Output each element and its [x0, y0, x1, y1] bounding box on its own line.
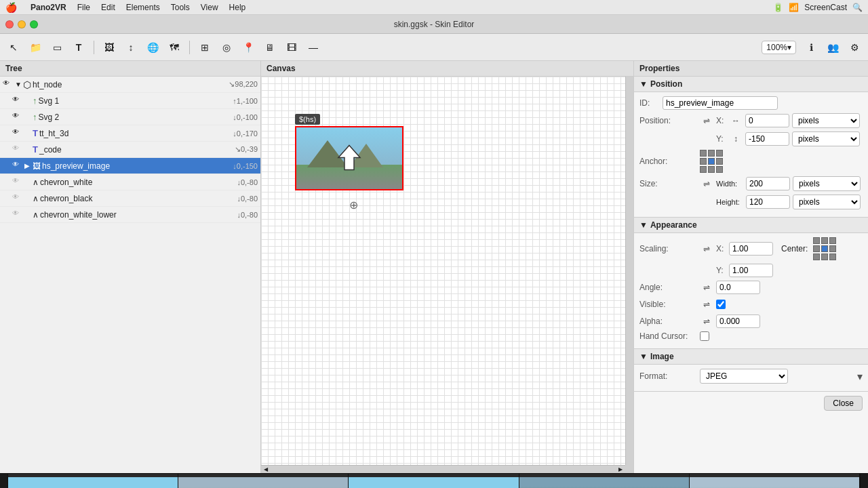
sc-tr[interactable] — [829, 237, 836, 244]
sc-tl[interactable] — [813, 237, 820, 244]
height-input[interactable] — [746, 195, 790, 209]
height-unit-select[interactable]: pixels — [793, 195, 861, 209]
scale-x-input[interactable] — [729, 242, 773, 256]
width-unit-select[interactable]: pixels — [793, 176, 861, 191]
scale-center-grid[interactable] — [813, 237, 836, 260]
visibility-icon[interactable]: 👁 — [3, 79, 14, 90]
thumbnail-node[interactable]: This node has lots o... — [178, 474, 349, 488]
globe-btn[interactable]: 🌐 — [143, 38, 162, 57]
anchor-tc[interactable] — [708, 150, 715, 157]
people-btn[interactable]: 👥 — [823, 38, 842, 57]
preview-btn[interactable]: 🖥 — [260, 38, 279, 57]
preview-image-box[interactable]: ✓ — [295, 126, 403, 190]
anchor-bl[interactable] — [700, 166, 707, 173]
sc-br[interactable] — [829, 253, 836, 260]
search-icon[interactable]: 🔍 — [852, 3, 863, 12]
position-x-input[interactable] — [745, 114, 789, 127]
tree-item-svg2[interactable]: 👁 ↑ Svg 2 ↓0,-100 — [0, 109, 260, 125]
canvas-area[interactable]: $(hs) ✓ — [261, 77, 625, 465]
anchor-tl[interactable] — [700, 150, 707, 157]
tree-item-hs-preview-image[interactable]: 👁 ▶ 🖼 hs_preview_image ↓0,-150 — [0, 158, 260, 174]
canvas-scrollbar-v[interactable] — [625, 77, 633, 465]
anchor-br[interactable] — [716, 166, 723, 173]
menu-edit[interactable]: Edit — [101, 3, 115, 12]
image-btn[interactable]: 🖼 — [100, 38, 119, 57]
thumb-scroll-left[interactable]: ◀ — [0, 474, 8, 488]
sc-mr[interactable] — [829, 245, 836, 252]
width-input[interactable] — [746, 177, 790, 190]
menu-view[interactable]: View — [201, 3, 218, 12]
maximize-window-btn[interactable] — [30, 20, 38, 28]
settings-btn[interactable]: ⚙ — [845, 38, 864, 57]
position-section-header[interactable]: ▼ Position — [634, 77, 868, 92]
position-x-unit-select[interactable]: pixels percent — [792, 113, 860, 128]
sc-ml[interactable] — [813, 245, 820, 252]
apple-menu[interactable]: 🍎 — [5, 2, 17, 13]
thumbnail-bridge[interactable]: Bridge MAK — [519, 474, 690, 488]
anchor-tr[interactable] — [716, 150, 723, 157]
position-y-unit-select[interactable]: pixels percent — [792, 131, 860, 146]
anchor-mc[interactable] — [708, 158, 715, 165]
scale-y-input[interactable] — [729, 264, 773, 277]
visible-checkbox[interactable] — [716, 300, 726, 309]
tree-item-chevron-white-lower[interactable]: 👁 ∧ chevron_white_lower ↓0,-80 — [0, 207, 260, 223]
sc-bc[interactable] — [821, 253, 828, 260]
sc-mc[interactable] — [821, 245, 828, 252]
thumbnail-playground[interactable]: Playground — [690, 474, 860, 488]
hand-cursor-checkbox[interactable] — [700, 331, 709, 341]
tree-item-svg1[interactable]: 👁 ↑ Svg 1 ↑1,-100 — [0, 93, 260, 109]
thumbnail-pavilion[interactable]: Pavilion — [8, 474, 178, 488]
scroll-left-icon[interactable]: ◀ — [264, 466, 268, 472]
menu-elements[interactable]: Elements — [126, 3, 160, 12]
visible-icon[interactable]: ⇌ — [700, 298, 713, 311]
id-input[interactable] — [663, 96, 778, 110]
thumb-scroll-right[interactable]: ▶ — [860, 474, 868, 488]
rect-btn[interactable]: ▭ — [47, 38, 66, 57]
visibility-icon[interactable]: 👁 — [12, 177, 23, 188]
angle-input[interactable] — [716, 281, 760, 294]
tree-item-chevron-black[interactable]: 👁 ∧ chevron_black ↓0,-80 — [0, 190, 260, 207]
canvas-scrollbar-h[interactable]: ◀ ▶ — [261, 465, 625, 473]
cursor-btn[interactable]: ↕ — [121, 38, 140, 57]
menu-tools[interactable]: Tools — [171, 3, 190, 12]
anchor-grid[interactable] — [700, 150, 723, 173]
tree-item-code[interactable]: 👁 T _code ↘0,-39 — [0, 142, 260, 158]
hotspot-btn[interactable]: ◎ — [217, 38, 236, 57]
open-folder-btn[interactable]: 📁 — [26, 38, 45, 57]
alpha-icon[interactable]: ⇌ — [700, 314, 713, 328]
position-link-icon[interactable]: ⇌ — [700, 114, 713, 127]
visibility-icon[interactable]: 👁 — [12, 96, 23, 106]
visibility-icon[interactable]: 👁 — [12, 193, 23, 204]
close-window-btn[interactable] — [5, 20, 14, 28]
select-tool-btn[interactable]: ↖ — [4, 38, 23, 57]
sc-tc[interactable] — [821, 237, 828, 244]
expand-arrow[interactable]: ▶ — [24, 162, 31, 169]
zoom-level[interactable]: 100% ▾ — [762, 41, 796, 54]
image-section-header[interactable]: ▼ Image — [634, 349, 868, 365]
anchor-ml[interactable] — [700, 158, 707, 165]
map-btn[interactable]: 🗺 — [165, 38, 184, 57]
anchor-mr[interactable] — [716, 158, 723, 165]
menu-help[interactable]: Help — [229, 3, 246, 12]
size-link-icon[interactable]: ⇌ — [700, 177, 713, 190]
minimize-window-btn[interactable] — [18, 20, 26, 28]
close-button[interactable]: Close — [824, 396, 863, 411]
visibility-icon[interactable]: 👁 — [12, 144, 23, 155]
minus-btn[interactable]: — — [304, 38, 323, 57]
text-btn[interactable]: T — [69, 38, 88, 57]
angle-icon[interactable]: ⇌ — [700, 281, 713, 294]
alpha-input[interactable] — [716, 314, 760, 328]
visibility-icon[interactable]: 👁 — [12, 161, 23, 171]
scaling-link-icon[interactable]: ⇌ — [700, 242, 713, 256]
tree-item-ht-node[interactable]: 👁 ▼ ⬡ ht_node ↘98,220 — [0, 77, 260, 93]
anchor-bc[interactable] — [708, 166, 715, 173]
menu-file[interactable]: File — [77, 3, 90, 12]
canvas-preview-element[interactable]: $(hs) ✓ — [295, 114, 403, 190]
visibility-icon[interactable]: 👁 — [12, 128, 23, 139]
scroll-right-icon[interactable]: ▶ — [618, 466, 623, 472]
film-btn[interactable]: 🎞 — [282, 38, 301, 57]
tree-item-tt-ht-3d[interactable]: 👁 T tt_ht_3d ↓0,-170 — [0, 125, 260, 142]
expand-arrow[interactable]: ▼ — [15, 81, 22, 88]
help-icon-btn[interactable]: ℹ — [802, 38, 821, 57]
appearance-section-header[interactable]: ▼ Appearance — [634, 218, 868, 233]
